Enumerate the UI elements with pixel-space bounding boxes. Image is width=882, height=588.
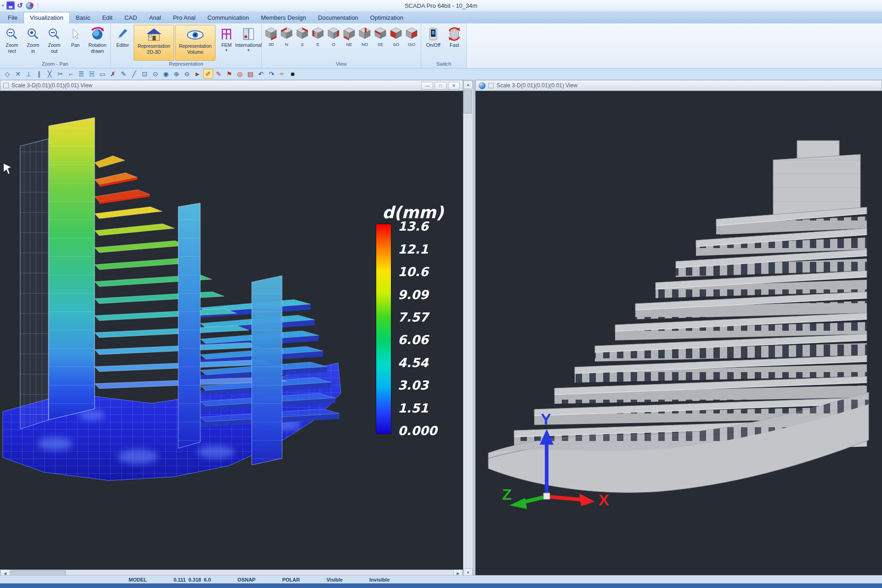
view-cube-ne[interactable]: NE: [341, 24, 357, 61]
align-mid-icon[interactable]: ☵: [87, 69, 97, 79]
delete-icon[interactable]: ✕: [13, 69, 23, 79]
target-icon[interactable]: ◎: [235, 69, 245, 79]
vertical-scrollbar[interactable]: ▲ ▼: [463, 80, 473, 577]
pencil-icon: [116, 26, 130, 42]
pan-button[interactable]: Pan: [65, 24, 86, 61]
tab-members-design[interactable]: Members Design: [255, 12, 312, 23]
view-cube-so[interactable]: SO: [388, 24, 404, 61]
zoom-previous-icon[interactable]: ⊙: [150, 69, 160, 79]
view-cube-s[interactable]: S: [294, 24, 310, 61]
restore-button[interactable]: □: [435, 82, 447, 90]
fast-button[interactable]: Fast: [444, 24, 465, 61]
zoom-in-icon[interactable]: ⊕: [171, 69, 181, 79]
tab-cad[interactable]: CAD: [119, 12, 143, 23]
corner-icon[interactable]: ⌐: [66, 69, 76, 79]
erase-icon[interactable]: ✗: [108, 69, 118, 79]
status-item[interactable]: Invisible: [369, 577, 390, 582]
right-canvas[interactable]: Y X Z: [475, 91, 882, 575]
minimize-button[interactable]: —: [421, 82, 433, 90]
zoom-out-icon[interactable]: ⊖: [182, 69, 192, 79]
polygon-icon[interactable]: ◇: [2, 69, 12, 79]
plumb-icon[interactable]: ⊥: [23, 69, 34, 79]
tab-file[interactable]: File: [2, 12, 23, 23]
view-cube-3d[interactable]: 3D: [263, 24, 279, 61]
align-top-icon[interactable]: ☰: [76, 69, 86, 79]
region-icon[interactable]: ▭: [97, 69, 107, 79]
legend-value: 9.09: [398, 288, 437, 302]
ribbon: Zoom rect Zoom in Zoom out: [0, 23, 882, 68]
view-cube-o[interactable]: O: [326, 24, 341, 61]
representation-2d3d-button[interactable]: Representation 2D-3D: [134, 25, 174, 60]
cursor-arrow: [4, 164, 11, 174]
status-bar: MODEL0.111 0.318 6.0OSNAPPOLARVisibleInv…: [0, 575, 882, 583]
rotate-right-icon[interactable]: ↷: [266, 69, 277, 79]
viewport-left-titlebar[interactable]: Scale 3-D(0.01)(0.01)(0.01) View — □ ✕: [0, 80, 463, 91]
tab-pro-anal[interactable]: Pro Anal: [167, 12, 201, 23]
pen-red-icon[interactable]: ✎: [214, 69, 224, 79]
legend-value: 6.06: [398, 333, 437, 347]
tab-anal[interactable]: Anal: [143, 12, 167, 23]
fem-button[interactable]: FEM ▼: [216, 24, 237, 61]
close-button[interactable]: ✕: [448, 82, 460, 90]
view-cube-n[interactable]: N: [279, 24, 294, 61]
view-cube-label: 3D: [268, 42, 274, 47]
zoom-in-button[interactable]: Zoom in: [23, 24, 44, 61]
tab-edit[interactable]: Edit: [96, 12, 119, 23]
view-cube-icon: [404, 26, 419, 42]
notebook-icon[interactable]: ▤: [245, 69, 255, 79]
view-cube-label: SE: [378, 42, 384, 47]
status-item[interactable]: Visible: [327, 577, 343, 582]
zoom-window-icon[interactable]: ⊡: [140, 69, 150, 79]
magnifier-minus-icon: [6, 26, 18, 42]
scroll-thumb[interactable]: [464, 90, 472, 113]
line-icon[interactable]: ╱: [129, 69, 139, 79]
zoom-dynamic-icon[interactable]: ◉: [161, 69, 171, 79]
legend-value: 0.000: [398, 424, 437, 438]
parallel-icon[interactable]: ∥: [34, 69, 44, 79]
rotate-left-icon[interactable]: ↶: [256, 69, 266, 79]
view-cube-se[interactable]: SE: [373, 24, 388, 61]
eye-icon: [186, 27, 204, 43]
view-cube-label: NE: [346, 42, 352, 47]
select-icon[interactable]: ►: [192, 69, 203, 79]
zoom-out-button[interactable]: Zoom out: [44, 24, 65, 61]
viewport-right-titlebar[interactable]: Scale 3-D(0.01)(0.01)(0.01) View: [475, 80, 882, 91]
title-bar: ▾ ↺ SCADA Pro 64bit - 10_34m: [0, 0, 882, 12]
tab-basic[interactable]: Basic: [70, 12, 96, 23]
view-cube-icon: [389, 26, 403, 42]
trim-icon[interactable]: ✂: [55, 69, 65, 79]
onoff-button[interactable]: On/Off: [423, 24, 444, 61]
sketch-icon[interactable]: ✎: [119, 69, 129, 79]
axis-z-label: Z: [502, 486, 512, 503]
view-cube-e[interactable]: E: [310, 24, 326, 61]
editor-button[interactable]: Editor: [112, 24, 133, 61]
international-button[interactable]: International ▼: [237, 24, 260, 61]
tab-documentation[interactable]: Documentation: [312, 12, 364, 23]
status-item[interactable]: OSNAP: [237, 577, 255, 582]
ribbon-empty-area: [467, 23, 882, 68]
status-item[interactable]: MODEL: [129, 577, 147, 582]
stop-icon[interactable]: ■: [288, 69, 298, 79]
left-canvas[interactable]: d(mm) 13.612.110.69.097.576.064.543.031.…: [0, 91, 463, 570]
tab-visualization[interactable]: Visualization: [23, 12, 70, 23]
status-item[interactable]: POLAR: [282, 577, 300, 582]
intersect-icon[interactable]: ╳: [45, 69, 55, 79]
axis-x-label: X: [599, 491, 609, 509]
brush-icon[interactable]: ✒: [277, 69, 287, 79]
view-cube-iso[interactable]: ISO: [404, 24, 419, 61]
view-cube-label: SO: [393, 42, 399, 47]
view-cube-no[interactable]: NO: [357, 24, 373, 61]
tab-communication[interactable]: Communication: [202, 12, 255, 23]
legend-value: 4.54: [398, 356, 437, 370]
scroll-up-icon[interactable]: ▲: [464, 80, 473, 89]
tab-optimization[interactable]: Optimization: [364, 12, 409, 23]
flag-icon[interactable]: ⚑: [224, 69, 234, 79]
ribbon-group-view: 3DNSEONENOSESOISO View: [262, 23, 421, 68]
rotation-button[interactable]: Rotation drawn: [86, 24, 109, 61]
zoom-rect-button[interactable]: Zoom rect: [1, 24, 23, 61]
representation-volume-button[interactable]: Representation Volume: [175, 25, 215, 60]
window-title: SCADA Pro 64bit - 10_34m: [0, 2, 882, 9]
status-item[interactable]: 0.111 0.318 6.0: [174, 577, 211, 582]
redline-icon[interactable]: ✐: [203, 69, 213, 79]
switch-icon: [427, 26, 439, 42]
